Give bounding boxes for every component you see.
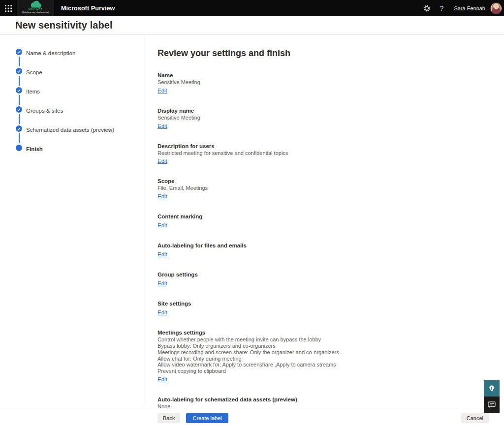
step-label: Scope (26, 69, 42, 75)
back-button[interactable]: Back (158, 413, 180, 423)
section-values: File, Email, Meetings (158, 185, 484, 191)
wizard-step[interactable]: Name & description (16, 48, 142, 67)
step-status-icon (16, 125, 22, 132)
step-label: Finish (26, 146, 43, 152)
section-title: Auto-labeling for schematized data asset… (158, 396, 484, 403)
app-launcher-waffle-icon[interactable] (0, 0, 17, 16)
edit-link[interactable]: Edit (158, 123, 167, 129)
section-value: Bypass lobby: Only organizers and co-org… (158, 343, 484, 349)
review-section: Meetings settings Control whether people… (158, 329, 484, 383)
review-section: Display name Sensitive Meeting Edit (158, 107, 484, 130)
tenant-logo-tagline: Unlocking your cloud potential (22, 11, 48, 13)
section-title: Meetings settings (158, 329, 484, 336)
section-title: Scope (158, 178, 484, 185)
step-connector-line (19, 76, 20, 86)
section-title: Name (158, 72, 484, 79)
gear-icon (423, 4, 431, 12)
wizard-step[interactable]: Schematized data assets (preview) (16, 125, 142, 144)
step-status-icon (16, 106, 22, 113)
wizard-footer: Back Create label Cancel (0, 408, 504, 428)
checkmark-icon (17, 50, 21, 54)
settings-gear-button[interactable] (419, 0, 434, 16)
section-value: Prevent copying to clipboard (158, 368, 484, 374)
wizard-step[interactable]: Finish (16, 144, 142, 163)
feedback-button[interactable] (484, 397, 500, 413)
review-section: Scope File, Email, Meetings Edit (158, 178, 484, 200)
section-title: Display name (158, 107, 484, 115)
step-connector-line (19, 57, 20, 66)
help-button[interactable]: ? (434, 0, 449, 16)
step-connector-line (19, 114, 20, 124)
review-heading: Review your settings and finish (158, 48, 484, 59)
cancel-button[interactable]: Cancel (461, 413, 489, 423)
user-avatar[interactable] (490, 2, 502, 14)
edit-link[interactable]: Edit (158, 251, 167, 258)
review-section: Description for users Restricted meeting… (158, 143, 484, 165)
wizard-step[interactable]: Scope (16, 67, 142, 87)
step-connector-line (19, 95, 20, 105)
review-section: Auto-labeling for schematized data asset… (158, 396, 484, 408)
review-section: Auto-labeling for files and emails Edit (158, 242, 484, 258)
user-name: Sara Fennah (454, 5, 485, 11)
review-section: Site settings Edit (158, 300, 484, 316)
review-pane: Review your settings and finish Name Sen… (142, 35, 504, 408)
review-section: Content marking Edit (158, 213, 484, 229)
wizard-step[interactable]: Groups & sites (16, 106, 142, 125)
top-app-bar: M365 MCT Unlocking your cloud potential … (0, 0, 504, 16)
checkmark-icon (17, 126, 21, 131)
step-status-icon (16, 87, 22, 93)
edit-link[interactable]: Edit (158, 376, 167, 383)
section-values: None (158, 403, 484, 408)
review-section: Group settings Edit (158, 271, 484, 287)
section-value: Control whether people with the meeting … (158, 336, 484, 343)
create-label-button[interactable]: Create label (186, 413, 228, 423)
section-value: None (158, 403, 484, 408)
step-status-icon (16, 68, 22, 74)
step-label: Name & description (26, 50, 75, 56)
section-value: File, Email, Meetings (158, 185, 484, 191)
wizard-content: Name & description Scope Items (0, 35, 504, 408)
app-title: Microsoft Purview (61, 5, 115, 12)
edit-link[interactable]: Edit (158, 158, 167, 164)
lightbulb-icon (488, 385, 495, 393)
section-value: Allow video watermark for: Apply to scre… (158, 362, 484, 368)
checkmark-icon (17, 69, 21, 73)
section-title: Description for users (158, 143, 484, 150)
section-title: Auto-labeling for files and emails (158, 242, 484, 249)
edit-link[interactable]: Edit (158, 88, 167, 94)
section-value: Sensitive Meeting (158, 115, 484, 121)
page-title: New sensitivity label (15, 20, 113, 31)
wizard-step[interactable]: Items (16, 87, 142, 106)
section-title: Site settings (158, 300, 484, 307)
step-label: Schematized data assets (preview) (26, 127, 114, 133)
help-question-icon: ? (440, 4, 443, 12)
section-value: Restricted meeting for sensitive and con… (158, 150, 484, 156)
waffle-grid-icon (5, 5, 12, 12)
step-status-icon (16, 49, 22, 55)
section-title: Content marking (158, 213, 484, 220)
step-label: Items (26, 89, 40, 94)
step-status-icon (16, 145, 22, 151)
edit-link[interactable]: Edit (158, 193, 167, 200)
step-connector-line (19, 133, 20, 143)
edit-link[interactable]: Edit (158, 280, 167, 287)
page-header: New sensitivity label (0, 16, 504, 35)
section-values: Restricted meeting for sensitive and con… (158, 150, 484, 156)
edit-link[interactable]: Edit (158, 222, 167, 229)
section-value: Sensitive Meeting (158, 79, 484, 86)
section-values: Sensitive Meeting (158, 115, 484, 121)
cloud-logo-icon (28, 0, 43, 8)
review-section: Name Sensitive Meeting Edit (158, 72, 484, 94)
section-values: Sensitive Meeting (158, 79, 484, 86)
checkmark-icon (17, 88, 21, 92)
section-value: Allow chat for: Only during meeting (158, 356, 484, 362)
section-values: Control whether people with the meeting … (158, 336, 484, 374)
checkmark-icon (17, 107, 21, 112)
step-label: Groups & sites (26, 108, 63, 114)
edit-link[interactable]: Edit (158, 309, 167, 316)
section-value: Meetings recording and screen share: Onl… (158, 349, 484, 356)
tenant-logo[interactable]: M365 MCT Unlocking your cloud potential (17, 0, 54, 16)
section-title: Group settings (158, 271, 484, 278)
tips-button[interactable] (484, 380, 500, 397)
feedback-speech-bubble-icon (488, 401, 496, 408)
